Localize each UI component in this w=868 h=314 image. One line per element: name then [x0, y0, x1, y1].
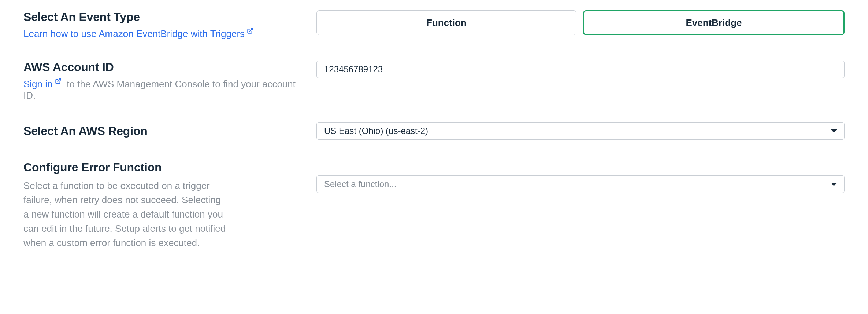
account-id-heading: AWS Account ID	[23, 61, 302, 74]
event-type-toggle-group: Function EventBridge	[316, 10, 845, 35]
region-select[interactable]: US East (Ohio) (us-east-2)	[316, 122, 845, 140]
error-function-heading: Configure Error Function	[23, 161, 302, 174]
account-id-section: AWS Account ID Sign in to the AWS Manage…	[6, 50, 862, 112]
external-link-icon	[247, 25, 253, 32]
region-heading: Select An AWS Region	[23, 124, 302, 138]
svg-line-1	[58, 78, 60, 81]
account-id-description: to the AWS Management Console to find yo…	[23, 78, 296, 101]
event-type-eventbridge-button[interactable]: EventBridge	[583, 10, 845, 35]
event-type-section: Select An Event Type Learn how to use Am…	[6, 0, 862, 50]
aws-sign-in-link[interactable]: Sign in	[23, 78, 62, 90]
event-type-heading: Select An Event Type	[23, 10, 302, 24]
error-function-section: Configure Error Function Select a functi…	[6, 150, 862, 260]
eventbridge-help-link[interactable]: Learn how to use Amazon EventBridge with…	[23, 28, 253, 40]
eventbridge-help-link-text: Learn how to use Amazon EventBridge with…	[23, 28, 245, 40]
aws-sign-in-link-text: Sign in	[23, 78, 53, 90]
event-type-function-button[interactable]: Function	[316, 10, 576, 35]
account-id-input[interactable]	[316, 61, 845, 78]
external-link-icon	[55, 76, 62, 82]
chevron-down-icon	[831, 183, 837, 186]
chevron-down-icon	[831, 129, 837, 133]
error-function-select-placeholder: Select a function...	[324, 179, 396, 189]
region-section: Select An AWS Region US East (Ohio) (us-…	[6, 112, 862, 150]
region-select-value: US East (Ohio) (us-east-2)	[324, 126, 428, 136]
error-function-select[interactable]: Select a function...	[316, 175, 845, 193]
error-function-description: Select a function to be executed on a tr…	[23, 179, 229, 250]
svg-line-0	[250, 28, 253, 31]
